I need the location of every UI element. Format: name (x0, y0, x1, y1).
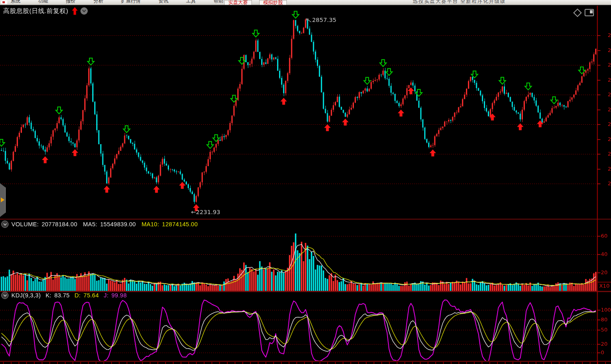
menu-item-6[interactable]: 资讯 (158, 0, 168, 4)
diamond-icon[interactable] (573, 8, 582, 17)
price-axis-label-2550: 2550 (608, 106, 611, 113)
app-logo-icon[interactable] (1, 0, 7, 4)
chart-title: 高股息股(日线.前复权) (3, 7, 68, 15)
high-price-annotation: 2857.35 (312, 17, 336, 23)
price-up-arrow-icon (72, 7, 78, 15)
kdj-axis-label-100: 100 (601, 307, 611, 313)
price-axis-label-2300: 2300 (608, 180, 611, 186)
volume-axis-label-20: 20 (601, 269, 608, 275)
kdj-label: KDJ(9,3,3) (11, 292, 41, 299)
kdj-collapse-chevron-icon[interactable] (1, 292, 9, 299)
split-window-icon[interactable] (585, 9, 594, 16)
volume-ma5-label: MA5: (83, 221, 97, 228)
menu-item-3[interactable]: 报价 (66, 0, 76, 4)
menu-red-button-1[interactable]: 实盘大赛 (224, 0, 252, 5)
kdj-j-label: J: (104, 292, 108, 299)
kdj-axis-label-50: 50 (601, 327, 608, 333)
menu-items: 系统功能报价分析扩展行情资讯工具帮助 (11, 0, 223, 6)
menu-item-8[interactable]: 帮助 (214, 0, 223, 4)
price-axis-label-2700: 2700 (608, 62, 611, 68)
menu-item-5[interactable]: 扩展行情 (121, 0, 141, 4)
main-chart-canvas[interactable] (0, 0, 611, 364)
volume-collapse-chevron-icon[interactable] (1, 221, 9, 228)
kdj-axis-label-0: 0 (601, 349, 604, 355)
menu-bar: 系统功能报价分析扩展行情资讯工具帮助 实盘大赛 模拟炒股 迅投实盘大赛平台 全新… (0, 0, 611, 6)
volume-value: 20778184.00 (41, 221, 77, 228)
menu-item-1[interactable]: 系统 (11, 0, 20, 4)
kdj-j-value: 99.98 (111, 292, 127, 299)
menu-red-button-2[interactable]: 模拟炒股 (259, 0, 287, 5)
promo-text: 迅投实盘大赛平台 全新程序化升级版 (413, 0, 506, 5)
left-panel-handle[interactable] (0, 183, 6, 217)
price-axis-label-2750: 2750 (608, 47, 611, 53)
low-price-annotation: ←2231.93 (191, 209, 220, 215)
volume-axis-multiplier: X10 (599, 283, 609, 289)
price-axis-label-2500: 2500 (608, 121, 611, 127)
volume-axis-label-60: 60 (601, 233, 608, 239)
menu-item-2[interactable]: 功能 (38, 0, 48, 4)
price-axis-label-2400: 2400 (608, 151, 611, 157)
menu-red-button-1-label: 实盘大赛 (228, 0, 248, 5)
kdj-pane-header: KDJ(9,3,3) K: 83.75 D: 75.64 J: 99.98 (1, 292, 127, 299)
volume-ma10-value: 12874145.00 (162, 221, 198, 228)
expand-arrow-icon (1, 197, 4, 202)
menu-item-4[interactable]: 分析 (93, 0, 103, 4)
kdj-k-label: K: (46, 292, 51, 299)
title-collapse-chevron-icon[interactable] (80, 7, 88, 15)
menu-item-7[interactable]: 工具 (186, 0, 196, 4)
volume-ma10-label: MA10: (141, 221, 159, 228)
kdj-axis-label-80: 80 (601, 316, 608, 323)
menu-red-button-2-label: 模拟炒股 (263, 0, 283, 5)
volume-ma5-value: 15549839.00 (100, 221, 136, 228)
volume-label: VOLUME: (11, 221, 39, 228)
kdj-d-value: 75.64 (84, 292, 99, 299)
price-axis-label-2600: 2600 (608, 91, 611, 98)
price-axis-label-2800: 2800 (608, 32, 611, 38)
price-axis-label-2450: 2450 (608, 136, 611, 142)
chart-corner-icons (574, 9, 594, 16)
kdj-d-label: D: (74, 292, 80, 299)
volume-pane-header: VOLUME: 20778184.00 MA5: 15549839.00 MA1… (1, 221, 198, 228)
volume-axis-label-40: 40 (601, 251, 608, 257)
chart-title-row: 高股息股(日线.前复权) (3, 6, 88, 15)
kdj-axis-label-20: 20 (601, 341, 608, 347)
price-axis-label-2650: 2650 (608, 77, 611, 83)
price-axis-label-2350: 2350 (608, 166, 611, 172)
kdj-k-value: 83.75 (54, 292, 70, 299)
